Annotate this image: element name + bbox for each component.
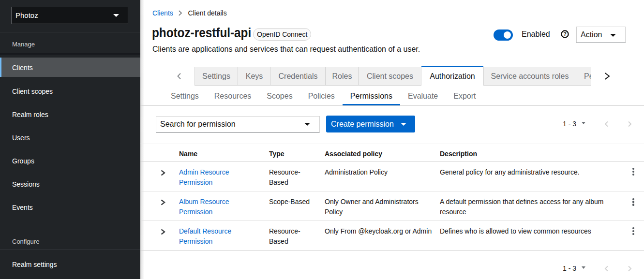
svg-text:?: ? — [563, 31, 567, 37]
